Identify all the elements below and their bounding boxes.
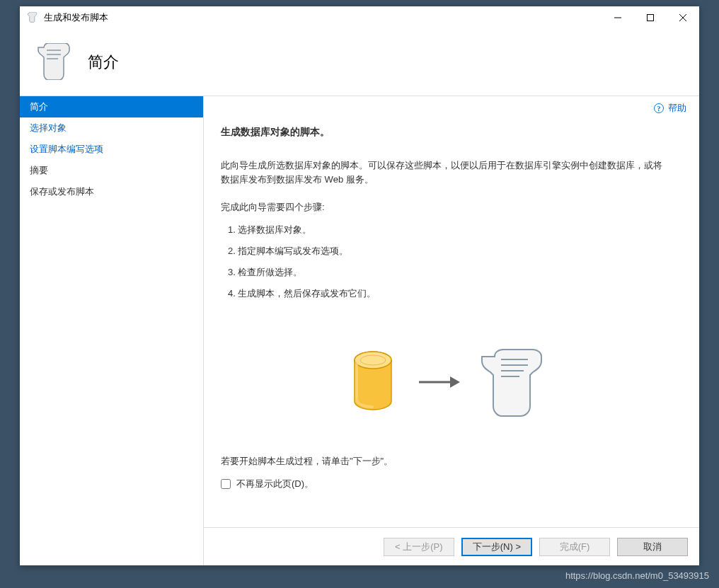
main-panel: ? 帮助 生成数据库对象的脚本。 此向导生成所选数据库对象的脚本。可以保存这些脚… <box>204 96 699 565</box>
help-link[interactable]: 帮助 <box>668 102 686 115</box>
wizard-footer: < 上一步(P) 下一步(N) > 完成(F) 取消 <box>204 527 699 565</box>
sidebar-item-label: 摘要 <box>30 165 48 175</box>
window-controls <box>602 6 699 29</box>
step-item: 1. 选择数据库对象。 <box>221 219 671 241</box>
sidebar-item-select-objects[interactable]: 选择对象 <box>20 117 203 139</box>
app-icon <box>27 12 38 23</box>
script-file-icon <box>480 347 543 420</box>
watermark: https://blog.csdn.net/m0_53493915 <box>565 570 709 581</box>
next-button[interactable]: 下一步(N) > <box>461 538 532 556</box>
dialog-window: 生成和发布脚本 简介 简介 选择对象 设 <box>20 6 699 565</box>
help-row: ? 帮助 <box>204 96 699 120</box>
wizard-body: 简介 选择对象 设置脚本编写选项 摘要 保存或发布脚本 ? 帮助 生成数据库对象… <box>20 96 699 565</box>
step-item: 2. 指定脚本编写或发布选项。 <box>221 241 671 262</box>
sidebar-item-intro[interactable]: 简介 <box>20 96 203 117</box>
step-item: 3. 检查所做选择。 <box>221 262 671 283</box>
sidebar-item-save-publish[interactable]: 保存或发布脚本 <box>20 181 203 202</box>
sidebar-item-summary[interactable]: 摘要 <box>20 160 203 181</box>
content-area: 生成数据库对象的脚本。 此向导生成所选数据库对象的脚本。可以保存这些脚本，以便以… <box>204 120 699 527</box>
finish-button[interactable]: 完成(F) <box>539 538 610 556</box>
close-button[interactable] <box>667 6 699 29</box>
sidebar-item-label: 选择对象 <box>30 122 67 133</box>
arrow-right-icon <box>418 374 460 393</box>
checkbox-label: 不再显示此页(D)。 <box>236 478 314 490</box>
sidebar-item-label: 简介 <box>30 101 48 112</box>
sidebar-item-label: 保存或发布脚本 <box>30 186 94 197</box>
steps-list: 1. 选择数据库对象。 2. 指定脚本编写或发布选项。 3. 检查所做选择。 4… <box>221 219 671 304</box>
content-heading: 生成数据库对象的脚本。 <box>221 126 671 139</box>
database-icon <box>348 350 398 416</box>
sidebar-item-script-options[interactable]: 设置脚本编写选项 <box>20 139 203 160</box>
dont-show-checkbox[interactable] <box>221 479 231 489</box>
wizard-header: 简介 <box>20 29 699 96</box>
sidebar: 简介 选择对象 设置脚本编写选项 摘要 保存或发布脚本 <box>20 96 204 565</box>
illustration <box>221 347 671 420</box>
window-title: 生成和发布脚本 <box>44 11 602 24</box>
titlebar: 生成和发布脚本 <box>20 6 699 29</box>
maximize-button[interactable] <box>634 6 667 29</box>
start-instruction: 若要开始脚本生成过程，请单击"下一步"。 <box>221 455 671 468</box>
sidebar-item-label: 设置脚本编写选项 <box>30 144 103 154</box>
page-title: 简介 <box>88 52 119 73</box>
svg-rect-1 <box>648 15 654 21</box>
cancel-button[interactable]: 取消 <box>617 538 688 556</box>
steps-intro: 完成此向导需要四个步骤: <box>221 201 671 214</box>
prev-button[interactable]: < 上一步(P) <box>384 538 454 556</box>
help-icon: ? <box>654 103 664 113</box>
step-item: 4. 生成脚本，然后保存或发布它们。 <box>221 283 671 304</box>
svg-marker-13 <box>450 376 460 388</box>
content-paragraph: 此向导生成所选数据库对象的脚本。可以保存这些脚本，以便以后用于在数据库引擎实例中… <box>221 158 671 187</box>
minimize-button[interactable] <box>602 6 634 29</box>
script-icon <box>37 43 71 82</box>
svg-text:?: ? <box>657 105 661 113</box>
dont-show-checkbox-row[interactable]: 不再显示此页(D)。 <box>221 478 671 490</box>
